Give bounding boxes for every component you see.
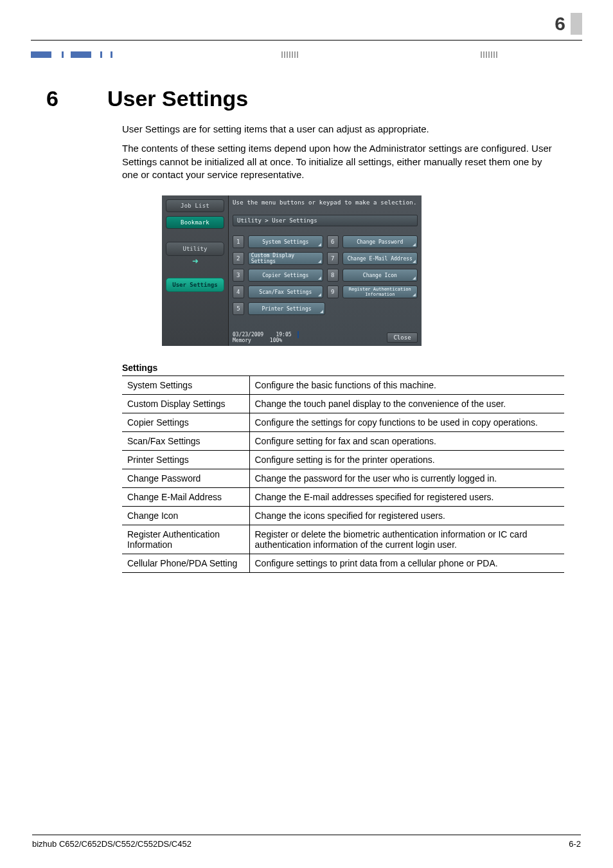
menu-label: Printer Settings <box>262 306 311 312</box>
setting-name: Change Icon <box>122 507 249 525</box>
nav-utility[interactable]: Utility <box>166 242 224 256</box>
menu-custom-display-settings[interactable]: Custom Display Settings <box>248 252 323 265</box>
menu-label: Change Icon <box>363 273 397 278</box>
setting-desc: Configure setting for fax and scan opera… <box>249 432 564 451</box>
menu-label: Register Authentication Information <box>346 287 414 297</box>
menu-register-auth-info[interactable]: Register Authentication Information <box>342 285 418 298</box>
setting-desc: Change the touch panel display to the co… <box>249 395 564 413</box>
status-memory-value: 100% <box>270 338 282 343</box>
tab-job-list[interactable]: Job List <box>166 199 224 212</box>
menu-num: 5 <box>233 302 244 315</box>
setting-desc: Configure the basic functions of this ma… <box>249 376 564 395</box>
menu-label: Copier Settings <box>262 273 308 278</box>
settings-section-title: Settings <box>122 363 569 373</box>
intro-paragraph-2: The contents of these setting items depe… <box>122 142 555 181</box>
heading-text: User Settings <box>107 86 248 111</box>
table-row: Copier SettingsConfigure the settings fo… <box>122 413 564 432</box>
chapter-number-top: 6 <box>555 13 582 35</box>
setting-name: Change E-Mail Address <box>122 488 249 507</box>
chevron-down-icon: ➜ <box>190 257 200 265</box>
menu-label: Custom Display Settings <box>251 253 320 264</box>
table-row: Change PasswordChange the password for t… <box>122 469 564 488</box>
menu-num: 4 <box>233 285 244 298</box>
status-date: 03/23/2009 <box>233 332 263 338</box>
header-rule <box>31 40 582 41</box>
menu-label: System Settings <box>262 239 308 245</box>
status-time: 19:05 <box>276 332 291 338</box>
decorative-tick-strip <box>31 51 582 58</box>
tab-bookmark[interactable]: Bookmark <box>166 216 224 229</box>
setting-name: Register Authentication Information <box>122 525 249 554</box>
table-row: Scan/Fax SettingsConfigure setting for f… <box>122 432 564 451</box>
setting-name: Copier Settings <box>122 413 249 432</box>
footer-right: 6-2 <box>569 839 581 849</box>
setting-desc: Configure the settings for copy function… <box>249 413 564 432</box>
menu-label: Change E-Mail Address <box>348 256 413 262</box>
setting-name: Printer Settings <box>122 451 249 469</box>
device-screenshot: Job List Bookmark Utility ➜ User Setting… <box>162 195 422 346</box>
menu-num: 3 <box>233 269 244 282</box>
setting-name: Change Password <box>122 469 249 488</box>
menu-num: 8 <box>327 269 339 282</box>
setting-name: Custom Display Settings <box>122 395 249 413</box>
hint-text: Use the menu buttons or keypad to make a… <box>233 199 418 208</box>
close-button[interactable]: Close <box>387 332 418 343</box>
table-row: System SettingsConfigure the basic funct… <box>122 376 564 395</box>
menu-scan-fax-settings[interactable]: Scan/Fax Settings <box>248 285 323 298</box>
setting-desc: Configure setting is for the printer ope… <box>249 451 564 469</box>
breadcrumb: Utility > User Settings <box>233 215 418 226</box>
status-memory-label: Memory <box>233 338 251 343</box>
setting-name: System Settings <box>122 376 249 395</box>
nav-user-settings[interactable]: User Settings <box>166 278 224 292</box>
heading-number: 6 <box>46 86 107 111</box>
intro-paragraph-1: User Settings are for setting items that… <box>122 123 555 136</box>
setting-name: Cellular Phone/PDA Setting <box>122 554 249 573</box>
footer-left: bizhub C652/C652DS/C552/C552DS/C452 <box>32 839 191 849</box>
menu-printer-settings[interactable]: Printer Settings <box>248 302 325 315</box>
menu-num: 1 <box>233 235 244 248</box>
setting-desc: Change the icons specified for registere… <box>249 507 564 525</box>
menu-label: Change Password <box>357 239 403 245</box>
setting-name: Scan/Fax Settings <box>122 432 249 451</box>
setting-desc: Change the E-mail addresses specified fo… <box>249 488 564 507</box>
menu-system-settings[interactable]: System Settings <box>248 235 323 248</box>
setting-desc: Configure settings to print data from a … <box>249 554 564 573</box>
table-row: Cellular Phone/PDA SettingConfigure sett… <box>122 554 564 573</box>
memory-icon <box>298 331 299 338</box>
menu-label: Scan/Fax Settings <box>259 289 312 295</box>
menu-change-email-address[interactable]: Change E-Mail Address <box>342 252 418 265</box>
menu-num: 6 <box>327 235 339 248</box>
table-row: Change IconChange the icons specified fo… <box>122 507 564 525</box>
menu-num: 9 <box>327 285 339 298</box>
table-row: Register Authentication InformationRegis… <box>122 525 564 554</box>
settings-table: System SettingsConfigure the basic funct… <box>122 375 564 573</box>
menu-change-password[interactable]: Change Password <box>342 235 418 248</box>
menu-copier-settings[interactable]: Copier Settings <box>248 269 323 282</box>
menu-change-icon[interactable]: Change Icon <box>342 269 418 282</box>
table-row: Custom Display SettingsChange the touch … <box>122 395 564 413</box>
menu-num: 7 <box>327 252 339 265</box>
table-row: Printer SettingsConfigure setting is for… <box>122 451 564 469</box>
setting-desc: Register or delete the biometric authent… <box>249 525 564 554</box>
table-row: Change E-Mail AddressChange the E-mail a… <box>122 488 564 507</box>
menu-num: 2 <box>233 252 244 265</box>
setting-desc: Change the password for the user who is … <box>249 469 564 488</box>
